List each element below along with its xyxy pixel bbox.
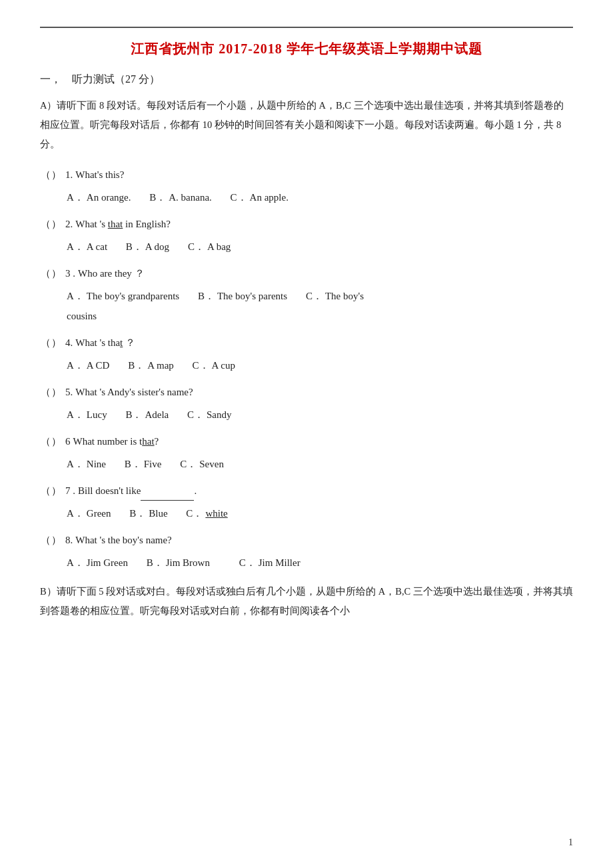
q2-paren-close: ）	[51, 214, 61, 234]
q5-options: A．Lucy B．Adela C．Sandy	[67, 405, 573, 425]
section-label: 一，	[40, 73, 61, 85]
q8-opt-b: B．Jim Brown	[147, 557, 210, 568]
question-5-line: （）5.What 's Andy's sister's name?	[40, 382, 573, 402]
question-6: （）6What number is that? A．Nine B．Five C．…	[40, 431, 573, 474]
question-4-line: （）4.What 's that ？	[40, 333, 573, 353]
q2-num: 2.	[65, 219, 73, 229]
q5-num: 5.	[65, 387, 73, 397]
q4-options: A．A CD B．A map C．A cup	[67, 355, 573, 375]
q5-opt-a: A．Lucy	[67, 409, 107, 420]
question-7-line: （）7 .Bill doesn't like.	[40, 481, 573, 501]
q4-paren-close: ）	[51, 333, 61, 353]
q7-text: Bill doesn't like.	[78, 485, 197, 496]
q3-opt-a: A．The boy's grandparents	[67, 291, 179, 301]
question-3-line: （）3 .Who are they ？	[40, 263, 573, 283]
q1-num: 1.	[65, 169, 73, 180]
question-4: （）4.What 's that ？ A．A CD B．A map C．A cu…	[40, 333, 573, 375]
instructions-b: B）请听下面 5 段对话或对白。每段对话或独白后有几个小题，从题中所给的 A，B…	[40, 582, 573, 621]
page-title: 江西省抚州市 2017-2018 学年七年级英语上学期期中试题	[40, 40, 573, 58]
question-8: （）8.What 's the boy's name? A．Jim Green …	[40, 530, 573, 573]
q7-opt-a: A．Green	[67, 508, 111, 519]
q2-paren-open: （	[40, 214, 51, 234]
q8-opt-a: A．Jim Green	[67, 557, 128, 568]
question-3: （）3 .Who are they ？ A．The boy's grandpar…	[40, 263, 573, 326]
q7-num: 7 .	[65, 485, 75, 496]
q6-text: What number is that?	[73, 436, 159, 447]
q7-opt-b: B．Blue	[129, 508, 167, 519]
q7-blank	[141, 500, 194, 501]
q2-options: A．A cat B．A dog C．A bag	[67, 237, 573, 257]
q3-opt-b: B．The boy's parents	[198, 291, 287, 301]
question-8-line: （）8.What 's the boy's name?	[40, 530, 573, 550]
top-divider	[40, 27, 573, 28]
q8-num: 8.	[65, 535, 73, 545]
q3-opt-c: C．The boy's	[306, 291, 364, 301]
q6-paren-close: ）	[51, 431, 61, 451]
q8-paren-open: （	[40, 530, 51, 550]
q6-options: A．Nine B．Five C．Seven	[67, 454, 573, 474]
q4-text: What 's that ？	[75, 337, 135, 348]
q1-options: A．An orange. B．A. banana. C．An apple.	[67, 187, 573, 207]
q2-text: What 's that in English?	[75, 219, 171, 229]
q6-opt-a: A．Nine	[67, 459, 106, 469]
q7-paren-open: （	[40, 481, 51, 501]
q1-opt-a: A．An orange.	[67, 192, 131, 203]
q2-opt-a: A．A cat	[67, 241, 107, 252]
q8-paren-close: ）	[51, 530, 61, 550]
question-7: （）7 .Bill doesn't like. A．Green B．Blue C…	[40, 481, 573, 523]
q8-options: A．Jim Green B．Jim Brown C．Jim Miller	[67, 553, 573, 573]
q6-num: 6	[65, 436, 71, 447]
question-1-line: （）1.What's this?	[40, 165, 573, 185]
q5-text: What 's Andy's sister's name?	[75, 387, 193, 397]
section-header: 一， 听力测试（27 分）	[40, 73, 573, 87]
page-number: 1	[568, 837, 573, 848]
q1-text: What's this?	[75, 169, 124, 180]
q2-opt-b: B．A dog	[126, 241, 169, 252]
q8-opt-c: C．Jim Miller	[239, 557, 301, 568]
instructions-a: A）请听下面 8 段对话。每段对话后有一个小题，从题中所给的 A，B,C 三个选…	[40, 96, 573, 154]
q3-cousins: cousins	[67, 311, 97, 321]
q1-paren-open: （	[40, 165, 51, 185]
q6-opt-b: B．Five	[125, 459, 162, 469]
q5-paren-open: （	[40, 382, 51, 402]
question-6-line: （）6What number is that?	[40, 431, 573, 451]
q4-opt-b: B．A map	[128, 360, 174, 371]
q6-paren-open: （	[40, 431, 51, 451]
q1-paren-close: ）	[51, 165, 61, 185]
q8-text: What 's the boy's name?	[75, 535, 172, 545]
q3-num: 3 .	[65, 268, 75, 279]
question-5: （）5.What 's Andy's sister's name? A．Lucy…	[40, 382, 573, 425]
q3-paren-close: ）	[51, 263, 61, 283]
q2-opt-c: C．A bag	[188, 241, 231, 252]
question-2-line: （）2.What 's that in English?	[40, 214, 573, 234]
q7-options: A．Green B．Blue C．white	[67, 503, 573, 523]
q7-paren-close: ）	[51, 481, 61, 501]
q4-num: 4.	[65, 337, 73, 348]
q4-opt-c: C．A cup	[193, 360, 235, 371]
q3-paren-open: （	[40, 263, 51, 283]
q3-text: Who are they ？	[78, 268, 145, 279]
q5-paren-close: ）	[51, 382, 61, 402]
q1-opt-b: B．A. banana.	[149, 192, 212, 203]
question-2: （）2.What 's that in English? A．A cat B．A…	[40, 214, 573, 257]
q4-paren-open: （	[40, 333, 51, 353]
q1-opt-c: C．An apple.	[231, 192, 289, 203]
q4-opt-a: A．A CD	[67, 360, 109, 371]
q3-options: A．The boy's grandparents B．The boy's par…	[67, 286, 573, 326]
section-title: 听力测试（27 分）	[72, 73, 160, 85]
q7-opt-c: C．white	[186, 508, 227, 519]
q5-opt-b: B．Adela	[125, 409, 169, 420]
q5-opt-c: C．Sandy	[187, 409, 232, 420]
q6-opt-c: C．Seven	[180, 459, 224, 469]
question-1: （）1.What's this? A．An orange. B．A. banan…	[40, 165, 573, 207]
